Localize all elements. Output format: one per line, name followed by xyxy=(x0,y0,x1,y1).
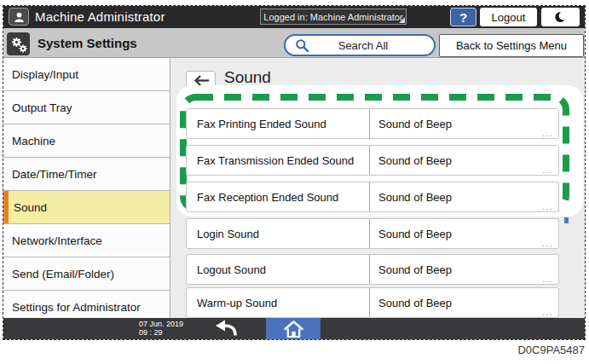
setting-row-label: Login Sound xyxy=(187,219,370,248)
logged-in-user-title: Machine Administrator xyxy=(35,6,165,28)
sidebar-item-label: Display/Input xyxy=(12,68,78,81)
help-button[interactable]: ? xyxy=(450,8,476,26)
panel-title: Sound xyxy=(224,68,271,87)
search-label: Search All xyxy=(309,39,434,52)
setting-row[interactable]: Fax Printing Ended SoundSound of Beep... xyxy=(186,108,559,139)
setting-value-text: Sound of Beep xyxy=(378,191,452,204)
search-all-button[interactable]: Search All xyxy=(284,34,436,56)
setting-row-value: Sound of Beep... xyxy=(370,146,558,175)
setting-row-value: Sound of Beep... xyxy=(370,288,558,317)
login-status-label: Logged in: Machine Administrator xyxy=(263,12,402,22)
setting-row-label: Fax Reception Ended Sound xyxy=(187,182,370,211)
more-options-dots-icon: ... xyxy=(542,309,553,317)
home-icon xyxy=(284,321,303,338)
setting-row-label: Logout Sound xyxy=(187,255,370,284)
search-icon xyxy=(295,38,309,53)
settings-header-bar: System Settings Search All Back to Setti… xyxy=(3,28,585,58)
setting-value-text: Sound of Beep xyxy=(378,118,452,130)
moon-icon xyxy=(553,9,569,25)
setting-row[interactable]: Fax Reception Ended SoundSound of Beep..… xyxy=(186,182,559,212)
more-options-dots-icon: ... xyxy=(542,166,553,175)
more-options-dots-icon: ... xyxy=(542,240,553,248)
sidebar-item-label: Network/Interface xyxy=(12,234,102,247)
back-to-settings-menu-label: Back to Settings Menu xyxy=(456,39,567,52)
sidebar-item-settings-for-administrator[interactable]: Settings for Administrator xyxy=(3,291,170,318)
sidebar-item-label: Output Tray xyxy=(12,101,72,114)
sidebar-item-label: Machine xyxy=(12,135,55,147)
setting-row-value: Sound of Beep... xyxy=(370,109,558,138)
back-to-settings-menu-button[interactable]: Back to Settings Menu xyxy=(439,34,584,57)
page-title: System Settings xyxy=(38,28,137,58)
setting-row[interactable]: Warm-up SoundSound of Beep... xyxy=(186,287,559,318)
sidebar-item-date-time-timer[interactable]: Date/Time/Timer xyxy=(3,158,170,191)
return-arrow-icon xyxy=(213,320,239,338)
top-bar: Machine Administrator Logged in: Machine… xyxy=(3,6,585,28)
setting-row[interactable]: Login SoundSound of Beep... xyxy=(186,218,559,249)
sidebar-item-display-input[interactable]: Display/Input xyxy=(3,58,170,91)
setting-value-text: Sound of Beep xyxy=(378,154,452,167)
sidebar-item-output-tray[interactable]: Output Tray xyxy=(3,91,170,124)
setting-row-label: Fax Transmission Ended Sound xyxy=(187,146,370,175)
setting-value-text: Sound of Beep xyxy=(378,228,452,240)
system-footer-bar: 07 Jun. 201909 : 29 xyxy=(3,318,585,339)
sound-settings-panel: Sound Fax Printing Ended SoundSound of B… xyxy=(171,58,585,318)
main-list-scrollbar[interactable] xyxy=(564,217,569,223)
system-settings-icon-box xyxy=(7,32,30,55)
login-status-dropdown[interactable]: Logged in: Machine Administrator xyxy=(260,9,407,25)
more-options-dots-icon: ... xyxy=(542,275,553,284)
setting-row-label: Warm-up Sound xyxy=(187,288,370,317)
more-options-dots-icon: ... xyxy=(542,203,553,211)
sidebar-item-network-interface[interactable]: Network/Interface xyxy=(3,224,170,257)
home-button[interactable] xyxy=(266,318,320,339)
person-icon xyxy=(13,11,26,23)
sidebar-item-sound[interactable]: Sound xyxy=(3,191,170,224)
setting-row[interactable]: Logout SoundSound of Beep... xyxy=(186,254,559,285)
date-label: 07 Jun. 2019 xyxy=(139,320,183,328)
sidebar-item-machine[interactable]: Machine xyxy=(3,124,170,158)
setting-value-text: Sound of Beep xyxy=(378,297,452,309)
more-options-dots-icon: ... xyxy=(542,130,553,138)
setting-row-value: Sound of Beep... xyxy=(370,219,558,248)
sidebar-item-label: Date/Time/Timer xyxy=(12,168,97,181)
back-arrow-icon xyxy=(192,74,211,87)
logout-label: Logout xyxy=(492,11,526,24)
settings-category-sidebar: Display/InputOutput TrayMachineDate/Time… xyxy=(3,58,170,318)
figure-reference-label: D0C9PA5487 xyxy=(517,344,585,356)
setting-row[interactable]: Fax Transmission Ended SoundSound of Bee… xyxy=(186,145,559,176)
datetime-display: 07 Jun. 201909 : 29 xyxy=(139,320,183,337)
time-label: 09 : 29 xyxy=(139,328,163,337)
setting-row-value: Sound of Beep... xyxy=(370,182,558,211)
logout-button[interactable]: Logout xyxy=(480,8,537,26)
energy-saver-button[interactable] xyxy=(541,8,580,26)
corner-fold-icon xyxy=(399,17,405,23)
setting-row-label: Fax Printing Ended Sound xyxy=(187,109,370,138)
return-button[interactable] xyxy=(208,318,244,339)
setting-row-value: Sound of Beep... xyxy=(370,255,558,284)
back-button[interactable] xyxy=(186,71,216,90)
sidebar-item-label: Send (Email/Folder) xyxy=(12,268,114,280)
sidebar-item-label: Sound xyxy=(14,201,47,214)
help-label: ? xyxy=(459,10,467,25)
gear-icon xyxy=(9,35,28,54)
sidebar-item-send-email-folder[interactable]: Send (Email/Folder) xyxy=(3,257,170,291)
sidebar-item-label: Settings for Administrator xyxy=(12,301,141,314)
device-screen: Machine Administrator Logged in: Machine… xyxy=(3,5,586,340)
setting-value-text: Sound of Beep xyxy=(378,263,452,276)
user-avatar xyxy=(9,8,29,26)
